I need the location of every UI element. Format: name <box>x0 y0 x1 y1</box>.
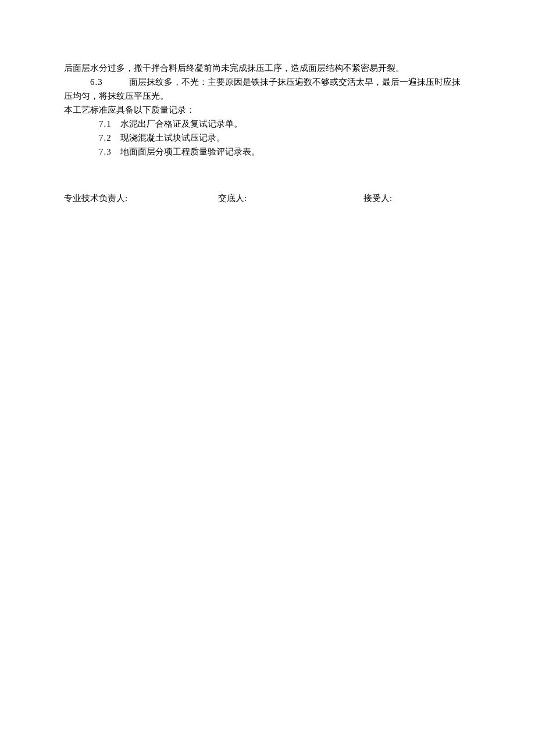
item-number-7-2: 7.2 <box>99 133 112 142</box>
section-number-6-3: 6.3 <box>90 77 103 87</box>
body-line-1: 后面层水分过多，撒干拌合料后终凝前尚未完成抹压工序，造成面层结构不紧密易开裂。 <box>64 61 471 75</box>
item-7-2: 7.2 现浇混凝土试块试压记录。 <box>64 131 471 145</box>
item-number-7-3: 7.3 <box>99 147 112 156</box>
body-line-4: 本工艺标准应具备以下质量记录： <box>64 103 471 117</box>
signature-tech-lead: 专业技术负责人: <box>64 191 218 205</box>
body-line-2-text: 面层抹纹多，不光：主要原因是铁抹子抹压遍数不够或交活太早，最后一遍抹压时应抹 <box>103 77 461 87</box>
body-line-3: 压均匀，将抹纹压平压光。 <box>64 89 471 103</box>
signature-row: 专业技术负责人: 交底人: 接受人: <box>64 191 471 205</box>
item-number-7-1: 7.1 <box>99 119 112 128</box>
signature-briefer: 交底人: <box>218 191 363 205</box>
item-7-1: 7.1 水泥出厂合格证及复试记录单。 <box>64 117 471 131</box>
item-7-1-text: 水泥出厂合格证及复试记录单。 <box>112 119 242 128</box>
item-7-2-text: 现浇混凝土试块试压记录。 <box>112 133 225 142</box>
item-7-3-text: 地面面层分项工程质量验评记录表。 <box>112 147 260 156</box>
body-line-2: 6.3 面层抹纹多，不光：主要原因是铁抹子抹压遍数不够或交活太早，最后一遍抹压时… <box>64 75 471 89</box>
item-7-3: 7.3 地面面层分项工程质量验评记录表。 <box>64 145 471 159</box>
signature-receiver: 接受人: <box>363 191 471 205</box>
